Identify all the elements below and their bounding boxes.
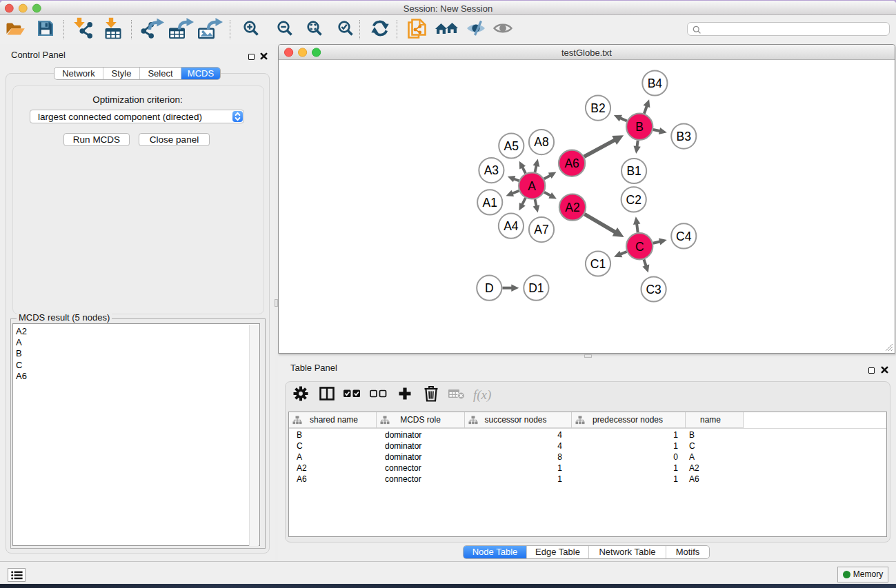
- svg-text:A8: A8: [534, 135, 548, 149]
- svg-text:A3: A3: [484, 163, 499, 177]
- svg-text:A2: A2: [565, 201, 579, 214]
- svg-text:A4: A4: [504, 219, 519, 233]
- svg-text:C1: C1: [590, 257, 606, 271]
- svg-text:B2: B2: [590, 101, 605, 115]
- svg-text:C3: C3: [646, 283, 661, 296]
- svg-text:B3: B3: [677, 130, 691, 143]
- svg-text:B4: B4: [648, 77, 663, 90]
- svg-text:D1: D1: [528, 281, 544, 295]
- svg-text:C2: C2: [626, 193, 641, 207]
- svg-text:C: C: [635, 240, 644, 254]
- svg-text:A1: A1: [482, 196, 497, 210]
- svg-text:A7: A7: [534, 223, 548, 236]
- svg-text:B: B: [635, 120, 644, 134]
- svg-text:C4: C4: [676, 230, 692, 243]
- svg-text:B1: B1: [626, 164, 641, 178]
- svg-text:A: A: [528, 179, 536, 193]
- svg-text:D: D: [485, 281, 494, 295]
- svg-text:A5: A5: [504, 139, 519, 153]
- svg-text:A6: A6: [564, 156, 579, 170]
